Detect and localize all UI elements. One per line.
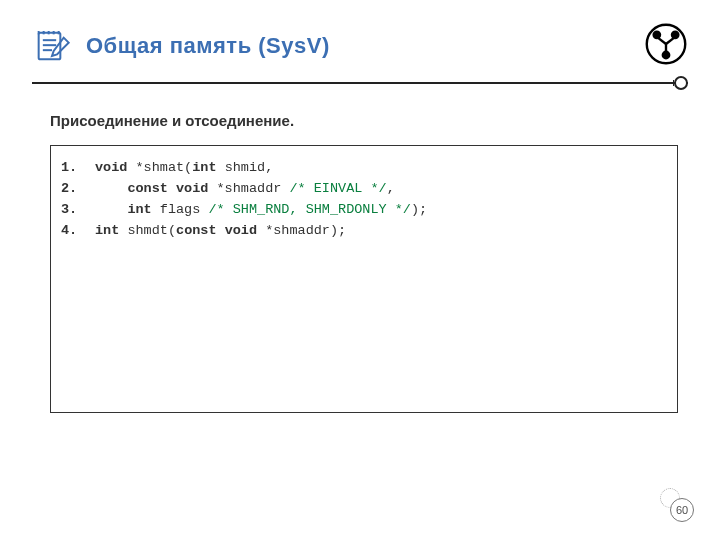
page-number: 60 [670, 498, 694, 522]
line-number: 4. [61, 221, 95, 242]
svg-line-15 [666, 38, 674, 44]
rule-node-icon [674, 76, 688, 90]
branch-icon [644, 22, 688, 66]
notepad-icon [32, 26, 72, 66]
slide-title: Общая память (SysV) [86, 33, 330, 59]
code-text: int flags /* SHM_RND, SHM_RDONLY */); [95, 200, 427, 221]
code-text: const void *shmaddr /* EINVAL */, [95, 179, 395, 200]
svg-line-14 [658, 38, 666, 44]
code-line: 1.void *shmat(int shmid, [61, 158, 661, 179]
code-line: 4.int shmdt(const void *shmaddr); [61, 221, 661, 242]
svg-point-10 [663, 52, 669, 58]
code-block: 1.void *shmat(int shmid,2. const void *s… [50, 145, 678, 413]
code-line: 3. int flags /* SHM_RND, SHM_RDONLY */); [61, 200, 661, 221]
section-subtitle: Присоединение и отсоединение. [50, 112, 678, 129]
code-line: 2. const void *shmaddr /* EINVAL */, [61, 179, 661, 200]
header-rule [32, 76, 688, 90]
code-text: void *shmat(int shmid, [95, 158, 273, 179]
slide: Общая память (SysV) Присоединение и отсо… [0, 0, 720, 540]
line-number: 2. [61, 179, 95, 200]
code-text: int shmdt(const void *shmaddr); [95, 221, 346, 242]
line-number: 3. [61, 200, 95, 221]
page-number-ornament: 60 [654, 482, 694, 522]
svg-point-12 [672, 32, 678, 38]
line-number: 1. [61, 158, 95, 179]
slide-header: Общая память (SysV) [32, 26, 688, 66]
svg-point-11 [654, 32, 660, 38]
